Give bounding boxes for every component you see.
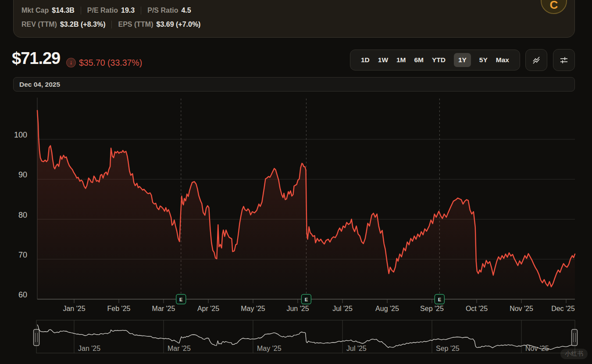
x-axis-label: Sep '25: [420, 305, 444, 312]
navigator-label: May '25: [257, 345, 282, 352]
y-axis-label: 70: [18, 251, 27, 259]
watermark: 小红书: [560, 349, 588, 359]
x-axis-label: Feb '25: [107, 305, 131, 312]
navigator-label: Jul '25: [346, 345, 367, 352]
range-handle-right[interactable]: [572, 329, 578, 346]
x-axis-label: Aug '25: [375, 305, 399, 312]
navigator-label: Jan '25: [78, 345, 100, 352]
range-handle-left[interactable]: [34, 329, 39, 346]
x-axis-label: Nov '25: [510, 305, 533, 312]
x-axis-label: Jan '25: [63, 305, 85, 312]
navigator-line: [37, 325, 574, 350]
x-axis-label: Dec '25: [551, 305, 575, 312]
earnings-marker-label: E: [179, 297, 182, 302]
x-axis-label: Apr '25: [197, 305, 219, 312]
navigator-label: Nov '25: [525, 345, 549, 352]
x-axis-label: Mar '25: [152, 305, 175, 312]
x-axis-label: May '25: [241, 305, 265, 312]
price-chart: 10090807060Jan '25Feb '25Mar '25Apr '25M…: [0, 0, 592, 364]
x-axis-label: Oct '25: [466, 305, 488, 312]
x-axis-label: Jun '25: [286, 305, 309, 312]
x-axis-label: Jul '25: [332, 305, 353, 312]
earnings-marker-label: E: [305, 297, 308, 302]
y-axis-label: 90: [18, 170, 27, 179]
earnings-marker-label: E: [438, 297, 441, 302]
y-axis-label: 80: [18, 211, 27, 219]
navigator-label: Sep '25: [436, 345, 460, 352]
navigator-label: Mar '25: [168, 345, 191, 352]
y-axis-label: 100: [14, 131, 27, 139]
y-axis-label: 60: [18, 290, 27, 299]
